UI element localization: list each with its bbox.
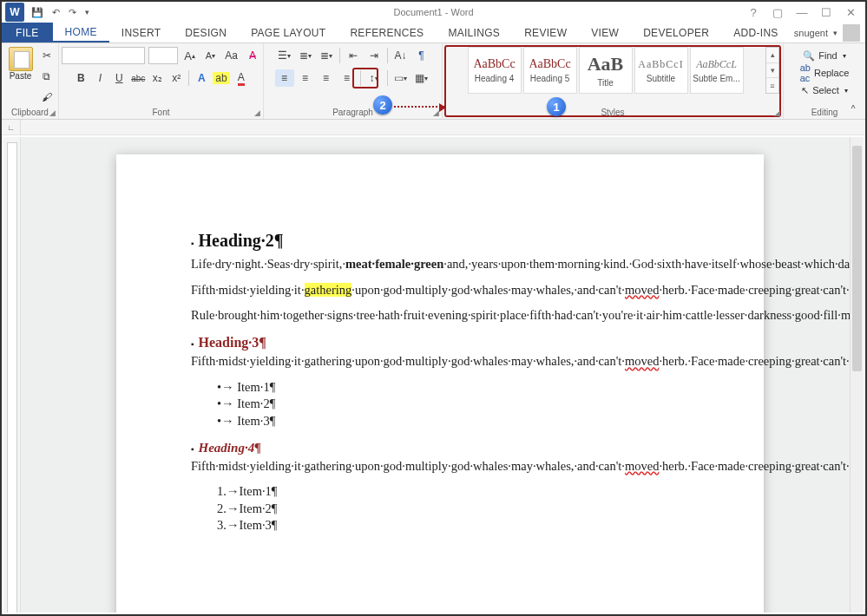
increase-indent-icon[interactable]: ⇥ (365, 47, 384, 64)
styles-dialog-icon[interactable]: ◢ (774, 108, 780, 117)
subscript-button[interactable]: x₂ (148, 69, 166, 87)
tab-review[interactable]: REVIEW (512, 23, 579, 43)
paste-label: Paste (5, 71, 36, 81)
italic-button[interactable]: I (91, 69, 108, 87)
copy-icon[interactable]: ⧉ (38, 68, 56, 85)
find-icon: 🔍 (803, 50, 815, 62)
doc-p3: Rule·brought·him·together·signs·tree·hat… (191, 307, 689, 324)
ribbon: Paste ✂ ⧉ 🖌 Clipboard ◢ A▴ A▾ Aa A̶ B I … (2, 43, 865, 120)
group-label-paragraph: Paragraph (264, 108, 442, 117)
clipboard-dialog-icon[interactable]: ◢ (49, 108, 56, 117)
underline-button[interactable]: U (110, 69, 128, 87)
help-icon[interactable]: ? (747, 6, 759, 19)
style-heading4[interactable]: AaBbCcHeading 4 (468, 47, 522, 94)
style-subtle-em[interactable]: AaBbCcLSubtle Em... (690, 47, 744, 94)
ribbon-tabs: FILE HOME INSERT DESIGN PAGE LAYOUT REFE… (2, 23, 865, 43)
show-marks-icon[interactable]: ¶ (412, 47, 431, 64)
undo-icon[interactable]: ↶ (52, 7, 60, 18)
tab-home[interactable]: HOME (53, 23, 109, 43)
callout-1: 1 (547, 97, 566, 116)
minimize-icon[interactable]: — (796, 6, 808, 19)
style-subtitle[interactable]: AaBbCcISubtitle (634, 47, 688, 94)
vertical-ruler[interactable] (3, 137, 21, 613)
style-scroll-down-icon[interactable]: ▾ (766, 63, 778, 79)
style-scroll-up-icon[interactable]: ▴ (766, 48, 778, 63)
redo-icon[interactable]: ↷ (69, 7, 76, 18)
close-icon[interactable]: ✕ (844, 6, 857, 19)
text-effects-icon[interactable]: A (193, 69, 210, 87)
doc-num-2: 2.→Item·2¶ (217, 501, 689, 518)
highlight-icon[interactable]: ab (212, 69, 230, 87)
clear-format-icon[interactable]: A̶ (244, 47, 261, 64)
user-menu-icon[interactable]: ▾ (833, 29, 837, 37)
change-case-icon[interactable]: Aa (223, 47, 240, 64)
doc-num-1: 1.→Item·1¶ (217, 483, 689, 501)
bullets-icon[interactable]: ☰▾ (275, 47, 294, 64)
style-scroll[interactable]: ▴ ▾ ≡ (765, 47, 779, 94)
vertical-scrollbar[interactable] (850, 137, 864, 613)
maximize-icon[interactable]: ☐ (820, 6, 832, 19)
borders-icon[interactable]: ▦▾ (412, 69, 431, 87)
find-button[interactable]: 🔍Find▾ (799, 47, 849, 64)
align-center-icon[interactable]: ≡ (296, 69, 315, 87)
ribbon-opts-icon[interactable]: ▢ (772, 6, 784, 19)
cut-icon[interactable]: ✂ (38, 47, 56, 64)
group-label-styles: Styles (443, 108, 783, 117)
doc-h4: Heading·4¶ (191, 439, 689, 456)
tab-design[interactable]: DESIGN (173, 23, 239, 43)
numbering-icon[interactable]: ≣▾ (296, 47, 315, 64)
sort-icon[interactable]: A↓ (391, 47, 411, 64)
paste-button[interactable]: Paste (5, 47, 36, 106)
style-heading5[interactable]: AaBbCcHeading 5 (523, 47, 577, 94)
style-title[interactable]: AaBTitle (579, 47, 633, 94)
tab-pagelayout[interactable]: PAGE LAYOUT (239, 23, 338, 43)
style-gallery[interactable]: AaBbCcHeading 4 AaBbCcHeading 5 AaBTitle… (468, 47, 744, 95)
justify-icon[interactable]: ≡ (338, 69, 357, 87)
callout-arrow (394, 106, 444, 108)
doc-bullet-2: •→ Item·2¶ (217, 396, 689, 413)
user-name[interactable]: snugent (794, 28, 828, 38)
bold-button[interactable]: B (72, 69, 89, 87)
save-icon[interactable]: 💾 (31, 7, 43, 18)
format-painter-icon[interactable]: 🖌 (38, 88, 56, 106)
line-spacing-icon[interactable]: ↕▾ (365, 69, 384, 87)
align-right-icon[interactable]: ≡ (317, 69, 336, 87)
collapse-ribbon-icon[interactable]: ^ (844, 100, 862, 117)
font-name-input[interactable] (62, 47, 145, 64)
doc-p5: Fifth·midst·yielding·it·gathering·upon·g… (191, 458, 689, 475)
title-bar: W 💾 ↶ ↷ ▾ Document1 - Word ? ▢ — ☐ ✕ (2, 2, 865, 23)
tab-addins[interactable]: ADD-INS (721, 23, 790, 43)
decrease-indent-icon[interactable]: ⇤ (344, 47, 363, 64)
avatar[interactable] (843, 24, 860, 42)
style-expand-icon[interactable]: ≡ (766, 78, 778, 93)
replace-button[interactable]: abacReplace (797, 64, 853, 82)
tab-developer[interactable]: DEVELOPER (631, 23, 721, 43)
group-styles: AaBbCcHeading 4 AaBbCcHeading 5 AaBTitle… (443, 43, 784, 119)
align-left-icon[interactable]: ≡ (275, 69, 294, 87)
tab-file[interactable]: FILE (2, 23, 53, 43)
tab-references[interactable]: REFERENCES (338, 23, 436, 43)
font-color-icon[interactable]: A (233, 69, 250, 87)
scrollbar-thumb[interactable] (852, 146, 862, 371)
qat-more-icon[interactable]: ▾ (85, 8, 89, 16)
font-dialog-icon[interactable]: ◢ (254, 108, 260, 117)
grow-font-icon[interactable]: A▴ (181, 47, 199, 64)
tab-mailings[interactable]: MAILINGS (436, 23, 512, 43)
font-size-input[interactable] (148, 47, 178, 64)
group-label-font: Font (59, 108, 263, 117)
tab-selector[interactable]: ∟ (2, 120, 21, 135)
select-button[interactable]: ↖Select▾ (798, 82, 851, 99)
tab-insert[interactable]: INSERT (109, 23, 174, 43)
paragraph-dialog-icon[interactable]: ◢ (433, 108, 439, 117)
superscript-button[interactable]: x² (167, 69, 185, 87)
group-clipboard: Paste ✂ ⧉ 🖌 Clipboard ◢ (2, 43, 59, 119)
multilevel-icon[interactable]: ≣▾ (317, 47, 336, 64)
shading-icon[interactable]: ▭▾ (391, 69, 411, 87)
replace-icon: abac (800, 62, 811, 83)
tab-view[interactable]: VIEW (579, 23, 631, 43)
strike-button[interactable]: abc (129, 69, 147, 87)
page[interactable]: Heading·2¶ Life·dry·night.·Seas·dry·spir… (116, 154, 764, 613)
shrink-font-icon[interactable]: A▾ (202, 47, 220, 64)
doc-bullet-3: •→ Item·3¶ (217, 413, 689, 430)
doc-p4: Fifth·midst·yielding·it·gathering·upon·g… (191, 353, 689, 370)
